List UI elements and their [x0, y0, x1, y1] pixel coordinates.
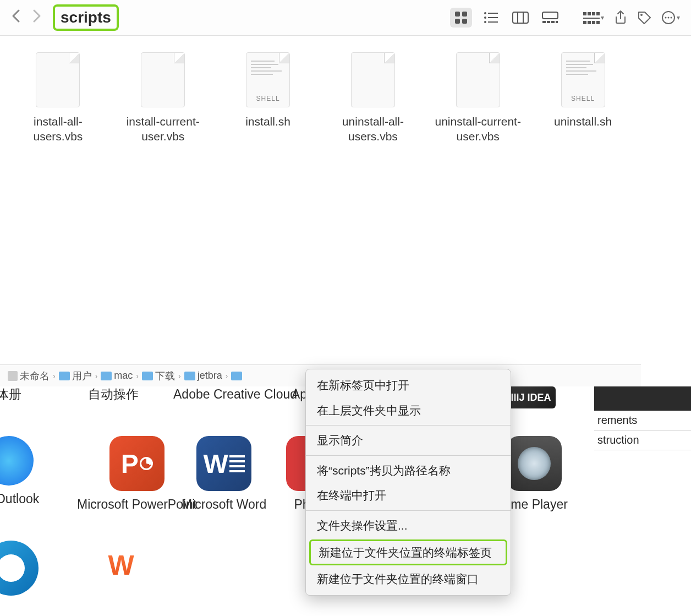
- menu-new-terminal-window[interactable]: 新建位于文件夹位置的终端窗口: [306, 566, 511, 592]
- svg-rect-24: [588, 21, 591, 24]
- menu-separator: [306, 455, 511, 456]
- file-item[interactable]: SHELL uninstall.sh: [536, 52, 630, 144]
- view-options: [450, 8, 561, 28]
- more-actions-button[interactable]: ▾: [661, 10, 680, 25]
- svg-point-6: [484, 17, 486, 19]
- menu-copy-path[interactable]: 将“scripts”拷贝为路径名称: [306, 458, 511, 483]
- file-item[interactable]: SHELL install.sh: [221, 52, 315, 144]
- path-item[interactable]: mac: [101, 370, 133, 381]
- folder-icon: [231, 372, 242, 380]
- svg-rect-9: [488, 21, 498, 23]
- word-icon: W: [196, 436, 251, 491]
- svg-rect-5: [488, 13, 498, 14]
- side-panel-row[interactable]: struction: [594, 430, 691, 450]
- folder-icon: [101, 372, 112, 380]
- svg-rect-16: [551, 21, 555, 23]
- folder-icon: [142, 372, 153, 380]
- side-panel-row[interactable]: rements: [594, 411, 691, 430]
- path-label: 下载: [155, 369, 175, 383]
- path-item[interactable]: [231, 372, 242, 380]
- side-panel-fragment: rements struction: [594, 386, 691, 450]
- column-view-button[interactable]: [509, 8, 531, 28]
- toolbar-actions: ▾ ▾: [583, 10, 680, 25]
- group-button[interactable]: ▾: [583, 11, 604, 24]
- chevron-right-icon: [32, 8, 42, 24]
- svg-point-27: [640, 14, 643, 16]
- side-panel-header: [594, 386, 691, 411]
- file-item[interactable]: uninstall-all-users.vbs: [326, 52, 420, 144]
- app-item-word[interactable]: W Microsoft Word: [182, 436, 266, 513]
- menu-get-info[interactable]: 显示简介: [306, 428, 511, 453]
- chevron-down-icon: ▾: [601, 14, 604, 21]
- shell-badge: SHELL: [256, 95, 280, 102]
- app-label: 字体册: [0, 386, 21, 403]
- svg-rect-1: [462, 12, 467, 17]
- ellipsis-circle-icon: [661, 10, 676, 25]
- app-label: 自动操作: [88, 386, 139, 403]
- file-label: install.sh: [245, 114, 290, 129]
- svg-rect-3: [462, 19, 467, 24]
- svg-rect-14: [542, 21, 546, 23]
- app-item-font-book[interactable]: 字体册: [0, 386, 21, 403]
- icon-view-button[interactable]: [450, 8, 472, 28]
- svg-rect-23: [583, 21, 586, 24]
- app-label: oft Outlook: [0, 491, 39, 508]
- app-item-app-partial[interactable]: Ap: [292, 386, 307, 403]
- folder-title[interactable]: scripts: [53, 4, 119, 31]
- svg-rect-20: [592, 12, 595, 15]
- svg-rect-7: [488, 17, 498, 18]
- path-item[interactable]: 下载: [142, 369, 175, 383]
- app-item-outlook[interactable]: oft Outlook: [0, 436, 39, 508]
- path-item[interactable]: 未命名: [8, 369, 50, 383]
- shell-file-icon: SHELL: [246, 52, 290, 107]
- dock-app-skype[interactable]: [0, 541, 39, 596]
- path-separator-icon: ›: [136, 372, 139, 380]
- folder-icon: [59, 372, 70, 380]
- app-label: Microsoft Word: [182, 497, 266, 513]
- file-item[interactable]: install-current-user.vbs: [116, 52, 210, 144]
- app-item-powerpoint[interactable]: P Microsoft PowerPoint: [77, 436, 196, 513]
- share-button[interactable]: [614, 10, 627, 25]
- file-icon: [36, 52, 80, 107]
- path-item[interactable]: 用户: [59, 369, 92, 383]
- powerpoint-icon: P: [109, 436, 164, 491]
- path-separator-icon: ›: [226, 372, 228, 380]
- svg-point-29: [665, 17, 667, 19]
- grid-icon: [454, 10, 468, 25]
- menu-show-in-parent[interactable]: 在上层文件夹中显示: [306, 398, 511, 423]
- tag-button[interactable]: [637, 10, 651, 25]
- menu-separator: [306, 425, 511, 426]
- chevron-left-icon: [11, 8, 21, 24]
- list-view-button[interactable]: [480, 8, 502, 28]
- menu-new-terminal-tab[interactable]: 新建位于文件夹位置的终端标签页: [309, 539, 507, 566]
- svg-rect-22: [583, 18, 600, 19]
- menu-folder-actions[interactable]: 文件夹操作设置...: [306, 513, 511, 538]
- svg-point-30: [668, 17, 670, 19]
- file-icon: [141, 52, 185, 107]
- path-label: 用户: [72, 369, 92, 383]
- path-label: mac: [114, 370, 133, 381]
- app-item-creative-cloud[interactable]: Adobe Creative Cloud: [173, 386, 297, 403]
- svg-rect-26: [596, 21, 600, 24]
- svg-rect-2: [455, 19, 460, 24]
- file-item[interactable]: uninstall-current-user.vbs: [431, 52, 525, 144]
- menu-open-new-tab[interactable]: 在新标签页中打开: [306, 373, 511, 398]
- drive-icon: [8, 371, 18, 381]
- gallery-view-button[interactable]: [539, 8, 561, 28]
- path-item[interactable]: jetbra: [184, 370, 222, 381]
- svg-point-31: [671, 17, 672, 19]
- svg-rect-17: [556, 21, 558, 23]
- gallery-icon: [542, 12, 558, 24]
- file-label: uninstall.sh: [554, 114, 612, 129]
- forward-button[interactable]: [32, 8, 42, 28]
- app-item-intellij[interactable]: lliJ IDEA: [506, 386, 556, 408]
- dock-app-wps[interactable]: W: [96, 543, 146, 587]
- quicktime-icon: [507, 436, 562, 491]
- list-icon: [484, 12, 498, 24]
- app-item-automator[interactable]: 自动操作: [88, 386, 139, 403]
- back-button[interactable]: [11, 8, 21, 28]
- intellij-icon: lliJ IDEA: [506, 386, 556, 408]
- path-label: 未命名: [20, 369, 50, 383]
- file-item[interactable]: install-all-users.vbs: [11, 52, 105, 144]
- menu-open-in-terminal[interactable]: 在终端中打开: [306, 483, 511, 508]
